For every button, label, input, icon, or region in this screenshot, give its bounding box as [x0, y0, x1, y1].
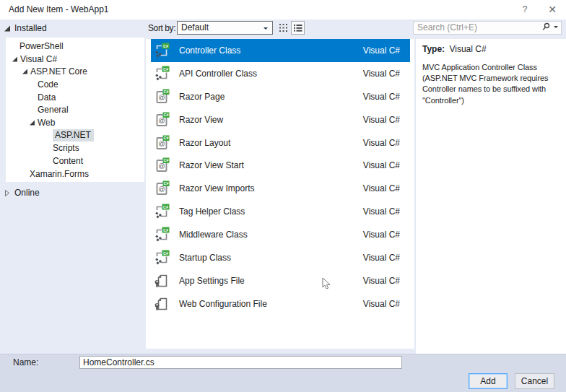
razor-template-icon: @C#	[154, 112, 170, 128]
template-language: Visual C#	[363, 206, 400, 217]
tree-item-asp-net[interactable]: ASP.NET	[6, 129, 144, 142]
template-item-api-controller-class[interactable]: C#API Controller ClassVisual C#	[151, 62, 410, 85]
template-name: Razor View Start	[179, 160, 244, 170]
tree-item-label: Data	[38, 92, 56, 103]
tree-item-powershell[interactable]: PowerShell	[6, 40, 144, 53]
template-language: Visual C#	[363, 69, 400, 79]
footer-bar: Name: HomeController.cs Add Cancel	[0, 354, 566, 392]
template-item-razor-view[interactable]: @C#Razor ViewVisual C#	[151, 108, 410, 131]
template-item-razor-view-start[interactable]: @C#Razor View StartVisual C#	[151, 154, 410, 177]
razor-template-icon: @C#	[154, 180, 170, 196]
template-item-web-configuration-file[interactable]: Web Configuration FileVisual C#	[151, 292, 410, 315]
type-label: Type:	[422, 44, 445, 54]
expanded-arrow-icon	[4, 25, 11, 32]
template-item-startup-class[interactable]: C#Startup ClassVisual C#	[151, 246, 410, 269]
tree-item-content[interactable]: Content	[6, 154, 144, 167]
tree-item-label: PowerShell	[19, 41, 64, 51]
template-language: Visual C#	[363, 45, 400, 56]
class-template-icon: C#	[154, 66, 170, 82]
close-button[interactable]: ✕	[541, 0, 563, 19]
collapsed-arrow-icon	[4, 190, 11, 196]
svg-text:C#: C#	[164, 90, 169, 94]
tree-item-label: Scripts	[53, 143, 79, 153]
template-item-razor-view-imports[interactable]: @C#Razor View ImportsVisual C#	[151, 177, 410, 200]
template-language: Visual C#	[363, 253, 400, 263]
tree-item-label: Content	[53, 156, 83, 166]
grid-view-icon	[279, 23, 288, 32]
tree-item-general[interactable]: General	[6, 103, 144, 116]
svg-text:C#: C#	[164, 182, 169, 186]
sort-by-dropdown[interactable]: Default	[177, 21, 273, 35]
template-name: Razor View	[179, 115, 223, 125]
svg-text:C#: C#	[164, 113, 169, 117]
list-view-icon	[293, 23, 302, 32]
nav-installed[interactable]: Installed	[4, 22, 47, 34]
search-input[interactable]: Search (Ctrl+E)	[413, 21, 562, 35]
template-list: C#Controller ClassVisual C#C#API Control…	[146, 39, 414, 349]
tree-item-label: Xamarin.Forms	[30, 169, 89, 179]
tree-item-label: General	[38, 105, 69, 115]
template-type-line: Type: Visual C#	[422, 44, 559, 54]
tree-item-data[interactable]: Data	[6, 91, 144, 104]
nav-installed-label: Installed	[14, 23, 47, 33]
tree-item-label: Web	[38, 118, 55, 128]
svg-text:@: @	[158, 94, 165, 101]
template-name: API Controller Class	[179, 69, 257, 79]
template-language: Visual C#	[363, 183, 400, 193]
type-value: Visual C#	[449, 44, 486, 54]
template-details-panel: Type: Visual C# MVC Application Controll…	[416, 39, 566, 354]
svg-text:C#: C#	[164, 159, 169, 163]
list-view-button[interactable]	[291, 21, 305, 35]
cancel-button[interactable]: Cancel	[515, 373, 554, 389]
nav-online-label: Online	[14, 188, 40, 198]
mouse-cursor	[322, 277, 331, 291]
template-name: Razor View Imports	[179, 183, 254, 193]
svg-text:C#: C#	[163, 251, 168, 256]
template-item-middleware-class[interactable]: C#Middleware ClassVisual C#	[151, 223, 410, 246]
category-tree: PowerShellVisual C#ASP.NET CoreCodeDataG…	[6, 38, 144, 182]
window-title: Add New Item - WebApp1	[9, 0, 109, 19]
svg-text:C#: C#	[163, 228, 168, 232]
class-template-icon: C#	[154, 227, 170, 243]
template-name: Startup Class	[179, 253, 231, 263]
template-item-razor-layout[interactable]: @C#Razor LayoutVisual C#	[151, 131, 410, 154]
title-bar: Add New Item - WebApp1 ? ✕	[0, 0, 566, 19]
svg-text:@: @	[158, 186, 165, 193]
dropdown-arrow-icon	[264, 27, 268, 30]
tree-item-scripts[interactable]: Scripts	[6, 142, 144, 155]
template-language: Visual C#	[363, 160, 400, 170]
sort-by-label: Sort by:	[148, 22, 175, 34]
expanded-arrow-icon	[30, 120, 35, 126]
search-icon	[542, 22, 551, 31]
search-dropdown-arrow-icon	[554, 26, 558, 28]
tree-item-label: Code	[38, 79, 58, 90]
add-button[interactable]: Add	[469, 373, 508, 389]
expanded-arrow-icon	[12, 56, 18, 62]
template-item-controller-class[interactable]: C#Controller ClassVisual C#	[151, 39, 410, 62]
tree-item-visual-c-[interactable]: Visual C#	[6, 53, 144, 66]
class-template-icon: C#	[154, 204, 170, 219]
template-name: Razor Layout	[179, 138, 230, 148]
nav-online[interactable]: Online	[4, 187, 40, 199]
svg-text:C#: C#	[164, 136, 169, 140]
template-language: Visual C#	[363, 299, 400, 309]
help-button[interactable]: ?	[517, 0, 533, 19]
template-name: App Settings File	[179, 276, 245, 286]
tree-item-code[interactable]: Code	[6, 78, 144, 91]
svg-text:C#: C#	[163, 205, 168, 209]
config-file-template-icon	[154, 296, 170, 312]
class-template-icon: C#	[154, 250, 170, 266]
template-name: Web Configuration File	[179, 299, 267, 309]
name-input[interactable]: HomeController.cs	[79, 356, 402, 369]
search-placeholder: Search (Ctrl+E)	[417, 22, 477, 34]
template-item-tag-helper-class[interactable]: C#Tag Helper ClassVisual C#	[151, 200, 410, 223]
tree-item-web[interactable]: Web	[6, 116, 144, 129]
small-icons-view-button[interactable]	[277, 21, 290, 35]
tree-item-asp-net-core[interactable]: ASP.NET Core	[6, 65, 144, 78]
template-language: Visual C#	[363, 230, 400, 240]
template-item-razor-page[interactable]: @C#Razor PageVisual C#	[151, 85, 410, 108]
class-template-icon: C#	[154, 43, 170, 58]
template-item-app-settings-file[interactable]: App Settings FileVisual C#	[151, 269, 410, 292]
svg-text:@: @	[158, 117, 165, 124]
tree-item-xamarin-forms[interactable]: Xamarin.Forms	[6, 167, 144, 180]
